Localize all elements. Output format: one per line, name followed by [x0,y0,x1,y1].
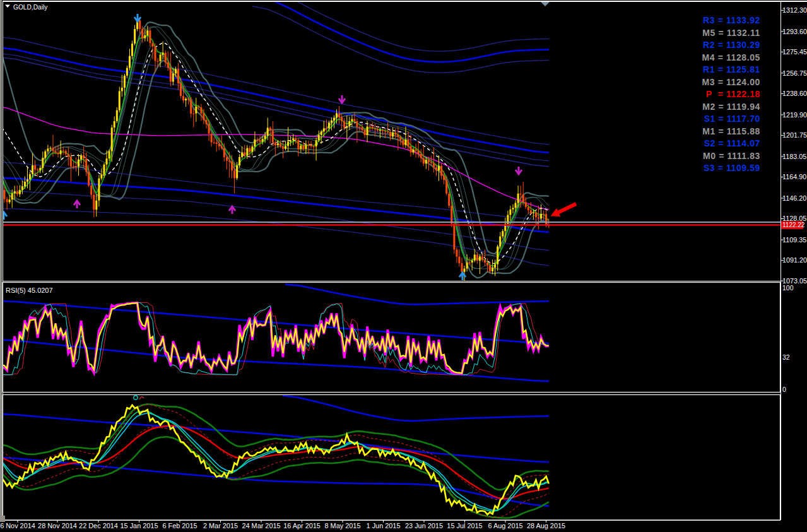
svg-text:0: 0 [782,386,786,393]
svg-text:M5 = 1132.11: M5 = 1132.11 [702,28,760,38]
svg-text:S1 = 1117.70: S1 = 1117.70 [704,114,760,124]
svg-text:R1 = 1125.81: R1 = 1125.81 [703,64,760,74]
svg-text:6 Nov 2014: 6 Nov 2014 [0,522,35,529]
svg-text:28 Nov 2014: 28 Nov 2014 [38,522,77,529]
svg-text:1 Jun 2015: 1 Jun 2015 [367,522,401,529]
svg-text:M1 = 1115.88: M1 = 1115.88 [702,126,760,136]
svg-text:1219.90: 1219.90 [782,111,807,119]
svg-text:1201.75: 1201.75 [782,131,807,139]
svg-text:24 Mar 2015: 24 Mar 2015 [242,522,280,529]
svg-text:1109.35: 1109.35 [782,236,806,244]
svg-text:M2 = 1119.94: M2 = 1119.94 [702,102,760,112]
svg-text:R3 = 1133.92: R3 = 1133.92 [703,15,760,25]
svg-text:32: 32 [782,353,790,361]
svg-text:1091.20: 1091.20 [782,256,807,264]
svg-text:23 Jun 2015: 23 Jun 2015 [405,522,443,529]
svg-text:22 Dec 2014: 22 Dec 2014 [79,522,118,529]
svg-text:15 Jul 2015: 15 Jul 2015 [447,522,482,529]
svg-text:1238.60: 1238.60 [782,90,807,97]
svg-text:1183.05: 1183.05 [782,153,806,160]
svg-text:16 Apr 2015: 16 Apr 2015 [283,522,321,529]
svg-text:1146.20: 1146.20 [782,194,806,202]
svg-text:RSI(5) 45.0207: RSI(5) 45.0207 [6,287,53,294]
svg-text:8 May 2015: 8 May 2015 [325,522,361,529]
svg-text:M4 = 1128.05: M4 = 1128.05 [702,52,760,62]
svg-text:S2 = 1114.07: S2 = 1114.07 [704,138,760,148]
svg-text:S3 = 1109.59: S3 = 1109.59 [704,163,760,173]
svg-text:15 Jan 2015: 15 Jan 2015 [121,522,158,529]
svg-text:1256.75: 1256.75 [782,69,807,77]
svg-text:M3 = 1124.00: M3 = 1124.00 [702,77,760,87]
svg-text:R2 = 1130.29: R2 = 1130.29 [703,40,760,50]
svg-text:1164.90: 1164.90 [782,173,806,180]
svg-text:M0 = 1111.83: M0 = 1111.83 [703,151,760,161]
svg-text:1122.22: 1122.22 [782,222,805,228]
svg-text:1293.60: 1293.60 [782,28,807,35]
svg-text:6 Aug 2015: 6 Aug 2015 [488,522,522,529]
svg-text:1275.45: 1275.45 [782,48,807,56]
svg-text:100: 100 [782,284,794,292]
svg-text:2 Mar 2015: 2 Mar 2015 [203,522,238,529]
svg-text:P = 1122.18: P = 1122.18 [706,89,760,99]
svg-text:GOLD,Daily: GOLD,Daily [13,4,48,11]
svg-text:6 Feb 2015: 6 Feb 2015 [162,522,197,529]
svg-text:28 Aug 2015: 28 Aug 2015 [527,522,565,529]
svg-text:1312.30: 1312.30 [782,6,807,14]
